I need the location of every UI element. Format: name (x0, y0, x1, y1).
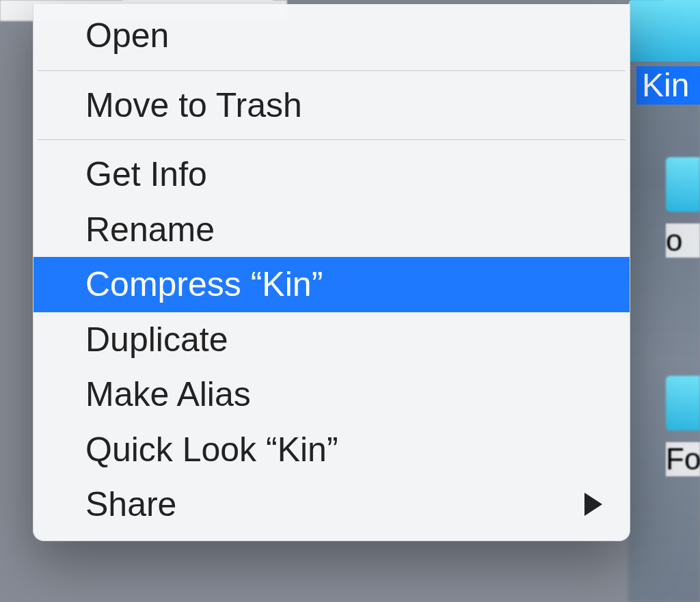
menu-item-duplicate[interactable]: Duplicate (33, 312, 630, 368)
menu-item-label: Make Alias (85, 375, 251, 413)
folder-icon[interactable] (666, 157, 700, 212)
menu-item-label: Rename (85, 210, 215, 249)
menu-separator (38, 139, 625, 140)
folder-tab-icon (632, 0, 664, 1)
menu-item-quick-look[interactable]: Quick Look “Kin” (33, 422, 630, 478)
menu-item-label: Open (85, 16, 169, 55)
submenu-arrow-icon (584, 493, 602, 516)
menu-separator (38, 70, 625, 71)
menu-item-open[interactable]: Open (33, 8, 630, 64)
context-menu: Open Move to Trash Get Info Rename Compr… (33, 4, 630, 541)
menu-item-share[interactable]: Share (33, 477, 630, 532)
menu-item-label: Move to Trash (85, 86, 302, 124)
menu-item-move-to-trash[interactable]: Move to Trash (33, 78, 630, 133)
menu-item-label: Share (85, 485, 176, 523)
menu-item-rename[interactable]: Rename (33, 202, 630, 258)
folder-icon[interactable] (628, 0, 700, 61)
file-label[interactable]: Fo (666, 442, 700, 476)
menu-item-label: Quick Look “Kin” (85, 430, 338, 469)
menu-item-label: Get Info (85, 155, 207, 193)
folder-icon[interactable] (666, 376, 700, 430)
menu-item-label: Duplicate (85, 320, 228, 359)
menu-item-compress[interactable]: Compress “Kin” (33, 257, 630, 312)
selected-file-label[interactable]: Kin (636, 66, 700, 105)
menu-item-make-alias[interactable]: Make Alias (33, 367, 630, 422)
menu-item-get-info[interactable]: Get Info (33, 147, 630, 202)
menu-item-label: Compress “Kin” (85, 265, 323, 303)
file-label[interactable]: o (666, 223, 700, 258)
desktop-background: Kin o Fo Open Move to Trash Get Info Ren… (0, 0, 700, 602)
